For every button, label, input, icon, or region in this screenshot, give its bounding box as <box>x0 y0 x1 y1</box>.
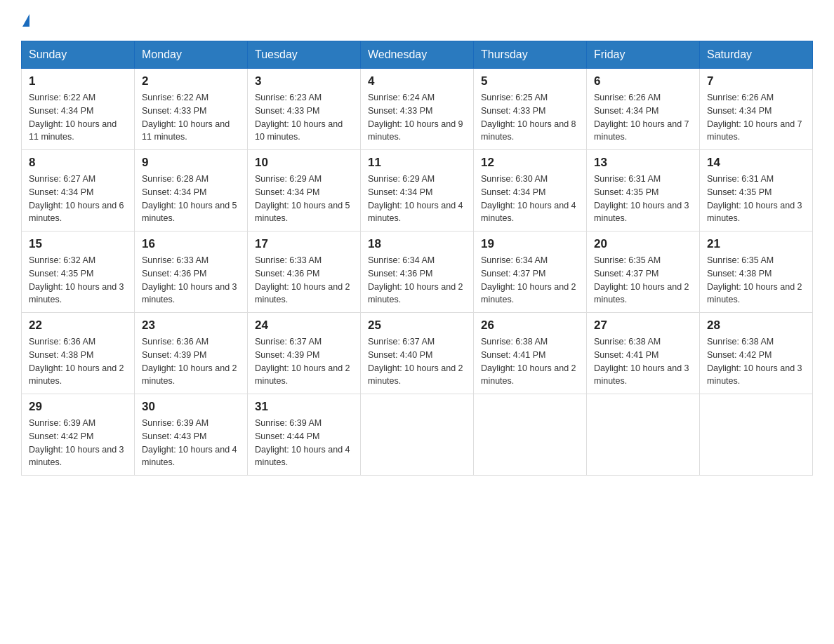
day-info: Sunrise: 6:38 AMSunset: 4:41 PMDaylight:… <box>481 335 579 388</box>
day-number: 14 <box>707 156 805 170</box>
day-info: Sunrise: 6:38 AMSunset: 4:41 PMDaylight:… <box>594 335 692 388</box>
day-info: Sunrise: 6:25 AMSunset: 4:33 PMDaylight:… <box>481 91 579 144</box>
calendar-table: SundayMondayTuesdayWednesdayThursdayFrid… <box>21 41 813 476</box>
day-info: Sunrise: 6:24 AMSunset: 4:33 PMDaylight:… <box>368 91 466 144</box>
day-number: 31 <box>255 400 353 414</box>
calendar-cell: 22Sunrise: 6:36 AMSunset: 4:38 PMDayligh… <box>22 313 135 394</box>
logo <box>21 14 29 27</box>
col-header-tuesday: Tuesday <box>248 41 361 69</box>
calendar-cell: 23Sunrise: 6:36 AMSunset: 4:39 PMDayligh… <box>135 313 248 394</box>
day-info: Sunrise: 6:27 AMSunset: 4:34 PMDaylight:… <box>29 173 127 225</box>
calendar-header-row: SundayMondayTuesdayWednesdayThursdayFrid… <box>22 41 813 69</box>
day-number: 12 <box>481 156 579 170</box>
col-header-sunday: Sunday <box>22 41 135 69</box>
calendar-week-row: 29Sunrise: 6:39 AMSunset: 4:42 PMDayligh… <box>22 394 813 476</box>
day-number: 29 <box>29 400 127 414</box>
day-number: 16 <box>142 237 240 251</box>
calendar-cell: 20Sunrise: 6:35 AMSunset: 4:37 PMDayligh… <box>587 232 700 313</box>
day-number: 21 <box>707 237 805 251</box>
day-number: 15 <box>29 237 127 251</box>
day-info: Sunrise: 6:38 AMSunset: 4:42 PMDaylight:… <box>707 335 805 388</box>
calendar-cell: 18Sunrise: 6:34 AMSunset: 4:36 PMDayligh… <box>361 232 474 313</box>
calendar-week-row: 1Sunrise: 6:22 AMSunset: 4:34 PMDaylight… <box>22 69 813 150</box>
day-number: 1 <box>29 74 127 88</box>
day-info: Sunrise: 6:31 AMSunset: 4:35 PMDaylight:… <box>594 173 692 225</box>
day-number: 18 <box>368 237 466 251</box>
calendar-cell: 30Sunrise: 6:39 AMSunset: 4:43 PMDayligh… <box>135 394 248 476</box>
calendar-cell: 14Sunrise: 6:31 AMSunset: 4:35 PMDayligh… <box>700 150 813 232</box>
day-number: 19 <box>481 237 579 251</box>
day-info: Sunrise: 6:34 AMSunset: 4:36 PMDaylight:… <box>368 254 466 307</box>
calendar-cell <box>361 394 474 476</box>
calendar-cell: 3Sunrise: 6:23 AMSunset: 4:33 PMDaylight… <box>248 69 361 150</box>
calendar-cell: 13Sunrise: 6:31 AMSunset: 4:35 PMDayligh… <box>587 150 700 232</box>
day-number: 3 <box>255 74 353 88</box>
day-info: Sunrise: 6:29 AMSunset: 4:34 PMDaylight:… <box>368 173 466 225</box>
day-info: Sunrise: 6:32 AMSunset: 4:35 PMDaylight:… <box>29 254 127 307</box>
calendar-cell: 2Sunrise: 6:22 AMSunset: 4:33 PMDaylight… <box>135 69 248 150</box>
calendar-cell: 27Sunrise: 6:38 AMSunset: 4:41 PMDayligh… <box>587 313 700 394</box>
calendar-cell: 6Sunrise: 6:26 AMSunset: 4:34 PMDaylight… <box>587 69 700 150</box>
calendar-week-row: 8Sunrise: 6:27 AMSunset: 4:34 PMDaylight… <box>22 150 813 232</box>
day-info: Sunrise: 6:28 AMSunset: 4:34 PMDaylight:… <box>142 173 240 225</box>
day-info: Sunrise: 6:37 AMSunset: 4:40 PMDaylight:… <box>368 335 466 388</box>
day-number: 23 <box>142 318 240 333</box>
day-info: Sunrise: 6:22 AMSunset: 4:33 PMDaylight:… <box>142 91 240 144</box>
day-info: Sunrise: 6:26 AMSunset: 4:34 PMDaylight:… <box>707 91 805 144</box>
day-number: 9 <box>142 156 240 170</box>
day-number: 26 <box>481 318 579 333</box>
day-number: 13 <box>594 156 692 170</box>
logo-triangle-icon <box>22 14 29 27</box>
calendar-cell: 10Sunrise: 6:29 AMSunset: 4:34 PMDayligh… <box>248 150 361 232</box>
day-number: 27 <box>594 318 692 333</box>
col-header-wednesday: Wednesday <box>361 41 474 69</box>
day-number: 17 <box>255 237 353 251</box>
day-info: Sunrise: 6:30 AMSunset: 4:34 PMDaylight:… <box>481 173 579 225</box>
day-number: 4 <box>368 74 466 88</box>
col-header-friday: Friday <box>587 41 700 69</box>
day-info: Sunrise: 6:35 AMSunset: 4:37 PMDaylight:… <box>594 254 692 307</box>
day-info: Sunrise: 6:26 AMSunset: 4:34 PMDaylight:… <box>594 91 692 144</box>
day-number: 22 <box>29 318 127 333</box>
day-number: 25 <box>368 318 466 333</box>
calendar-cell: 28Sunrise: 6:38 AMSunset: 4:42 PMDayligh… <box>700 313 813 394</box>
calendar-cell: 29Sunrise: 6:39 AMSunset: 4:42 PMDayligh… <box>22 394 135 476</box>
day-number: 8 <box>29 156 127 170</box>
day-info: Sunrise: 6:36 AMSunset: 4:39 PMDaylight:… <box>142 335 240 388</box>
day-number: 24 <box>255 318 353 333</box>
day-number: 10 <box>255 156 353 170</box>
calendar-cell: 9Sunrise: 6:28 AMSunset: 4:34 PMDaylight… <box>135 150 248 232</box>
day-info: Sunrise: 6:31 AMSunset: 4:35 PMDaylight:… <box>707 173 805 225</box>
calendar-cell: 12Sunrise: 6:30 AMSunset: 4:34 PMDayligh… <box>474 150 587 232</box>
day-info: Sunrise: 6:37 AMSunset: 4:39 PMDaylight:… <box>255 335 353 388</box>
calendar-cell: 1Sunrise: 6:22 AMSunset: 4:34 PMDaylight… <box>22 69 135 150</box>
calendar-cell: 25Sunrise: 6:37 AMSunset: 4:40 PMDayligh… <box>361 313 474 394</box>
col-header-monday: Monday <box>135 41 248 69</box>
calendar-cell: 31Sunrise: 6:39 AMSunset: 4:44 PMDayligh… <box>248 394 361 476</box>
calendar-week-row: 15Sunrise: 6:32 AMSunset: 4:35 PMDayligh… <box>22 232 813 313</box>
calendar-cell: 4Sunrise: 6:24 AMSunset: 4:33 PMDaylight… <box>361 69 474 150</box>
calendar-cell <box>474 394 587 476</box>
day-number: 5 <box>481 74 579 88</box>
calendar-cell: 11Sunrise: 6:29 AMSunset: 4:34 PMDayligh… <box>361 150 474 232</box>
day-number: 6 <box>594 74 692 88</box>
day-info: Sunrise: 6:29 AMSunset: 4:34 PMDaylight:… <box>255 173 353 225</box>
calendar-cell: 26Sunrise: 6:38 AMSunset: 4:41 PMDayligh… <box>474 313 587 394</box>
day-number: 11 <box>368 156 466 170</box>
calendar-cell <box>700 394 813 476</box>
col-header-saturday: Saturday <box>700 41 813 69</box>
day-info: Sunrise: 6:34 AMSunset: 4:37 PMDaylight:… <box>481 254 579 307</box>
day-info: Sunrise: 6:39 AMSunset: 4:43 PMDaylight:… <box>142 417 240 469</box>
day-number: 28 <box>707 318 805 333</box>
day-number: 2 <box>142 74 240 88</box>
calendar-cell: 16Sunrise: 6:33 AMSunset: 4:36 PMDayligh… <box>135 232 248 313</box>
day-info: Sunrise: 6:39 AMSunset: 4:42 PMDaylight:… <box>29 417 127 469</box>
day-info: Sunrise: 6:22 AMSunset: 4:34 PMDaylight:… <box>29 91 127 144</box>
day-number: 30 <box>142 400 240 414</box>
calendar-cell: 17Sunrise: 6:33 AMSunset: 4:36 PMDayligh… <box>248 232 361 313</box>
calendar-cell: 19Sunrise: 6:34 AMSunset: 4:37 PMDayligh… <box>474 232 587 313</box>
calendar-cell: 24Sunrise: 6:37 AMSunset: 4:39 PMDayligh… <box>248 313 361 394</box>
day-info: Sunrise: 6:36 AMSunset: 4:38 PMDaylight:… <box>29 335 127 388</box>
calendar-cell: 21Sunrise: 6:35 AMSunset: 4:38 PMDayligh… <box>700 232 813 313</box>
calendar-week-row: 22Sunrise: 6:36 AMSunset: 4:38 PMDayligh… <box>22 313 813 394</box>
